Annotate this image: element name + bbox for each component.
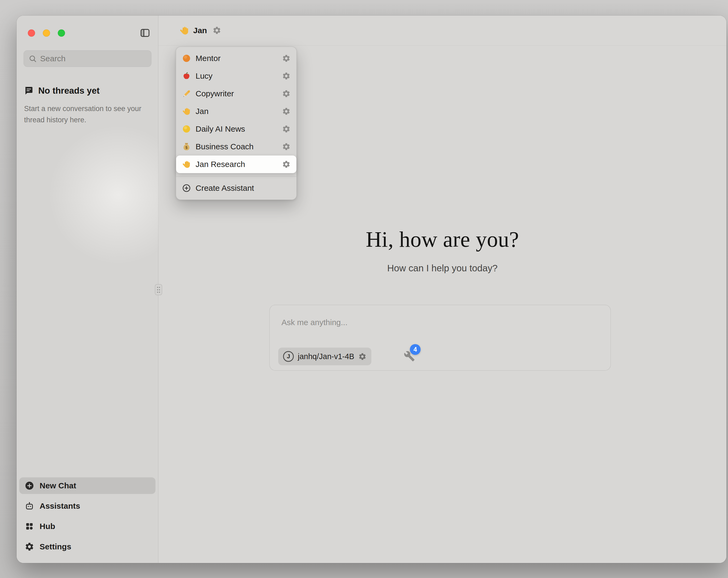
menu-item-label: Mentor: [196, 54, 278, 63]
model-settings-gear-icon[interactable]: [358, 352, 367, 361]
gear-icon[interactable]: [282, 107, 290, 116]
chat-bubble-icon: [24, 85, 34, 96]
create-assistant-button[interactable]: Create Assistant: [176, 179, 296, 197]
greeting-title: Hi, how are you?: [158, 228, 726, 250]
nav-label: Hub: [40, 522, 55, 531]
nav-label: Assistants: [40, 501, 80, 510]
chat-input-placeholder: Ask me anything...: [282, 318, 347, 327]
model-name: janhq/Jan-v1-4B: [298, 352, 354, 361]
menu-item-daily-ai-news[interactable]: Daily AI News: [176, 120, 296, 138]
assistant-settings-gear-icon[interactable]: [212, 26, 221, 35]
money-bag-emoji-icon: [182, 142, 191, 151]
window-controls: [28, 29, 65, 37]
sidebar-item-new-chat[interactable]: New Chat: [19, 477, 155, 494]
close-button[interactable]: [28, 29, 35, 37]
menu-item-label: Daily AI News: [196, 124, 278, 133]
sidebar-item-assistants[interactable]: Assistants: [19, 498, 155, 514]
assistant-dropdown-menu: Mentor Lucy Copywriter Jan Daily AI: [176, 47, 297, 200]
nav-label: Settings: [40, 542, 71, 551]
assistant-icon: [25, 501, 34, 511]
gear-icon[interactable]: [282, 125, 290, 133]
menu-item-jan-research[interactable]: Jan Research: [176, 155, 296, 173]
search-input[interactable]: [40, 54, 147, 63]
gear-icon[interactable]: [282, 142, 290, 151]
empty-state-title: No threads yet: [38, 85, 100, 96]
hub-grid-icon: [25, 522, 34, 531]
sidebar-item-settings[interactable]: Settings: [19, 538, 155, 555]
search-icon: [28, 54, 37, 63]
search-box[interactable]: [24, 50, 151, 67]
gear-icon[interactable]: [282, 72, 290, 80]
model-avatar: J: [283, 351, 294, 362]
gear-icon: [25, 542, 34, 552]
plus-circle-icon: [25, 481, 34, 491]
menu-item-label: Lucy: [196, 71, 278, 80]
menu-item-jan[interactable]: Jan: [176, 102, 296, 120]
menu-item-label: Jan Research: [196, 160, 278, 169]
sidebar: No threads yet Start a new conversation …: [17, 16, 158, 563]
orange-circle-emoji-icon: [182, 54, 191, 63]
gear-icon[interactable]: [282, 90, 290, 98]
menu-item-business-coach[interactable]: Business Coach: [176, 138, 296, 155]
sidebar-item-hub[interactable]: Hub: [19, 518, 155, 535]
chat-input-card[interactable]: Ask me anything... J janhq/Jan-v1-4B 4: [269, 305, 611, 371]
waving-hand-emoji-icon: [182, 107, 191, 116]
menu-item-mentor[interactable]: Mentor: [176, 50, 296, 67]
tools-count-badge: 4: [410, 344, 421, 355]
sidebar-resize-handle[interactable]: [155, 284, 162, 295]
gear-icon[interactable]: [282, 54, 290, 62]
current-assistant-label: Jan: [193, 26, 207, 35]
model-selector[interactable]: J janhq/Jan-v1-4B: [278, 348, 371, 365]
menu-divider: [176, 176, 296, 177]
nav-label: New Chat: [40, 481, 76, 490]
sidebar-toggle-icon[interactable]: [139, 27, 151, 39]
minimize-button[interactable]: [43, 29, 50, 37]
menu-item-label: Jan: [196, 107, 278, 116]
create-assistant-label: Create Assistant: [196, 183, 290, 193]
greeting: Hi, how are you? How can I help you toda…: [158, 228, 726, 274]
menu-item-copywriter[interactable]: Copywriter: [176, 85, 296, 102]
threads-empty-title: No threads yet: [24, 85, 100, 96]
zoom-button[interactable]: [58, 29, 65, 37]
gear-icon[interactable]: [282, 160, 290, 169]
menu-item-lucy[interactable]: Lucy: [176, 67, 296, 85]
empty-state-description: Start a new conversation to see your thr…: [24, 103, 142, 126]
red-apple-emoji-icon: [182, 71, 191, 80]
sidebar-nav: New Chat Assistants Hub Settings: [19, 477, 155, 555]
waving-hand-emoji-icon: [182, 160, 191, 169]
menu-item-label: Business Coach: [196, 142, 278, 151]
main-area: Jan Mentor Lucy Copywriter Ja: [158, 16, 726, 563]
waving-hand-icon: [179, 25, 189, 35]
app-window: No threads yet Start a new conversation …: [17, 16, 726, 563]
menu-item-label: Copywriter: [196, 89, 278, 98]
yellow-circle-emoji-icon: [182, 124, 191, 133]
greeting-subtitle: How can I help you today?: [158, 263, 726, 274]
plus-circle-icon: [182, 183, 191, 193]
pencil-emoji-icon: [182, 89, 191, 98]
assistant-selector[interactable]: Jan: [158, 16, 726, 46]
